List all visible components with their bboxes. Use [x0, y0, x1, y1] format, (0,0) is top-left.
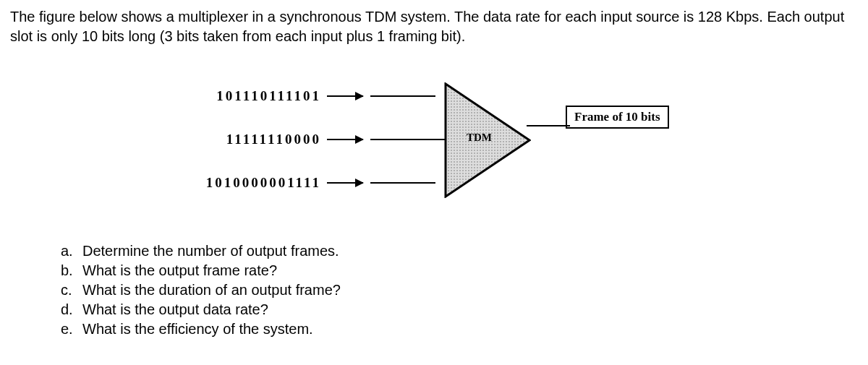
question-item: d. What is the output data rate?	[61, 300, 858, 319]
question-item: e. What is the efficiency of the system.	[61, 319, 858, 339]
input-line-1: 101110111101	[169, 88, 435, 104]
input-line-2: 11111110000	[169, 132, 457, 147]
question-marker: c.	[61, 280, 82, 300]
connector-line	[370, 182, 435, 184]
input-bits-2: 11111110000	[169, 132, 321, 147]
input-bits-3: 1010000001111	[169, 175, 321, 191]
question-item: a. Determine the number of output frames…	[61, 241, 858, 261]
question-marker: b.	[61, 261, 82, 280]
arrow-icon	[327, 95, 363, 97]
arrow-icon	[327, 182, 363, 184]
question-marker: a.	[61, 241, 82, 261]
question-marker: e.	[61, 319, 82, 339]
question-marker: d.	[61, 300, 82, 319]
input-line-3: 1010000001111	[169, 175, 435, 191]
question-text: What is the duration of an output frame?	[82, 280, 341, 300]
question-text: What is the output data rate?	[82, 300, 268, 319]
problem-statement: The figure below shows a multiplexer in …	[10, 7, 858, 46]
mux-label: TDM	[467, 132, 492, 144]
question-item: b. What is the output frame rate?	[61, 261, 858, 280]
tdm-figure: 101110111101 11111110000 1010000001111 T…	[169, 68, 676, 212]
question-text: What is the output frame rate?	[82, 261, 277, 280]
question-text: What is the efficiency of the system.	[82, 319, 313, 339]
question-list: a. Determine the number of output frames…	[61, 241, 858, 339]
question-item: c. What is the duration of an output fra…	[61, 280, 858, 300]
output-connector	[527, 125, 570, 126]
connector-line	[370, 95, 435, 97]
question-text: Determine the number of output frames.	[82, 241, 339, 261]
input-bits-1: 101110111101	[169, 88, 321, 104]
frame-label-box: Frame of 10 bits	[566, 106, 669, 129]
arrow-icon	[327, 139, 363, 140]
